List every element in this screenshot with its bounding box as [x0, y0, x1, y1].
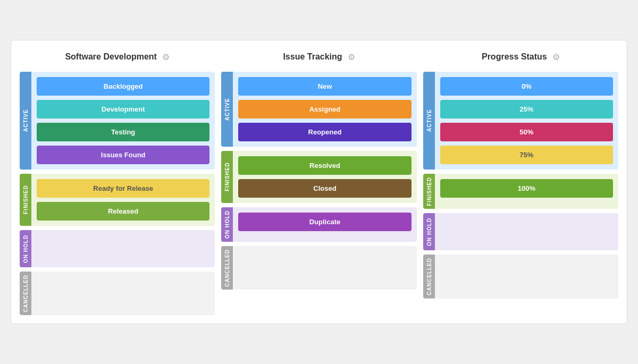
- status-btn-reopened[interactable]: Reopened: [238, 123, 411, 141]
- section-label-active: ACTIVE: [423, 72, 435, 170]
- main-container: Software Development⚙ACTIVEBackloggedDev…: [11, 40, 627, 325]
- status-btn-closed[interactable]: Closed: [238, 179, 411, 198]
- section-label-finished: FINISHED: [423, 174, 435, 209]
- section-content-issue-tracking-on-hold: Duplicate: [233, 207, 416, 242]
- board-software-development: Software Development⚙ACTIVEBackloggedDev…: [20, 49, 215, 316]
- section-label-active: ACTIVE: [20, 72, 31, 170]
- board-title-progress-status: Progress Status: [482, 52, 547, 62]
- status-btn-100pct[interactable]: 100%: [440, 179, 613, 198]
- status-btn-assigned[interactable]: Assigned: [238, 100, 411, 118]
- section-content-software-development-finished: Ready for ReleaseReleased: [31, 174, 215, 226]
- gear-icon-issue-tracking[interactable]: ⚙: [348, 52, 355, 62]
- section-content-progress-status-active: 0%25%50%75%: [435, 72, 618, 170]
- section-progress-status-active: ACTIVE0%25%50%75%: [423, 72, 618, 170]
- section-software-development-cancelled: CANCELLED: [20, 272, 215, 316]
- section-software-development-active: ACTIVEBackloggedDevelopmentTestingIssues…: [20, 72, 215, 170]
- board-header-progress-status: Progress Status⚙: [423, 49, 618, 67]
- status-btn-25pct[interactable]: 25%: [440, 100, 613, 118]
- status-btn-duplicate[interactable]: Duplicate: [238, 213, 411, 231]
- status-btn-development[interactable]: Development: [37, 100, 209, 118]
- status-btn-backlogged[interactable]: Backlogged: [37, 77, 209, 96]
- board-title-software-development: Software Development: [65, 52, 156, 62]
- section-label-on-hold: ON HOLD: [20, 230, 31, 267]
- section-content-software-development-on-hold: [31, 230, 215, 267]
- board-progress-status: Progress Status⚙ACTIVE0%25%50%75%FINISHE…: [423, 49, 618, 316]
- section-issue-tracking-finished: FINISHEDResolvedClosed: [221, 151, 416, 203]
- section-label-cancelled: CANCELLED: [221, 246, 233, 290]
- section-content-software-development-active: BackloggedDevelopmentTestingIssues Found: [31, 72, 215, 170]
- section-issue-tracking-cancelled: CANCELLED: [221, 246, 416, 290]
- section-software-development-finished: FINISHEDReady for ReleaseReleased: [20, 174, 215, 226]
- section-label-on-hold: ON HOLD: [221, 207, 233, 242]
- status-btn-50pct[interactable]: 50%: [440, 123, 613, 141]
- section-issue-tracking-on-hold: ON HOLDDuplicate: [221, 207, 416, 242]
- status-btn-new[interactable]: New: [238, 77, 411, 96]
- section-content-progress-status-finished: 100%: [435, 174, 618, 209]
- status-btn-issues-found[interactable]: Issues Found: [37, 146, 209, 164]
- section-progress-status-cancelled: CANCELLED: [423, 255, 618, 299]
- status-btn-resolved[interactable]: Resolved: [238, 156, 411, 175]
- section-issue-tracking-active: ACTIVENewAssignedReopened: [221, 72, 416, 147]
- section-content-progress-status-cancelled: [435, 255, 618, 299]
- section-progress-status-finished: FINISHED100%: [423, 174, 618, 209]
- section-label-active: ACTIVE: [221, 72, 233, 147]
- section-label-finished: FINISHED: [20, 174, 31, 226]
- board-issue-tracking: Issue Tracking⚙ACTIVENewAssignedReopened…: [221, 49, 416, 316]
- section-progress-status-on-hold: ON HOLD: [423, 213, 618, 250]
- section-label-cancelled: CANCELLED: [423, 255, 435, 299]
- section-content-progress-status-on-hold: [435, 213, 618, 250]
- section-content-software-development-cancelled: [31, 272, 215, 316]
- board-header-issue-tracking: Issue Tracking⚙: [221, 49, 416, 67]
- status-btn-released[interactable]: Released: [37, 202, 209, 221]
- section-label-finished: FINISHED: [221, 151, 233, 203]
- section-label-on-hold: ON HOLD: [423, 213, 435, 250]
- board-title-issue-tracking: Issue Tracking: [283, 52, 342, 62]
- section-content-issue-tracking-active: NewAssignedReopened: [233, 72, 416, 147]
- section-content-issue-tracking-finished: ResolvedClosed: [233, 151, 416, 203]
- gear-icon-progress-status[interactable]: ⚙: [552, 52, 560, 62]
- status-btn-testing[interactable]: Testing: [37, 123, 209, 141]
- gear-icon-software-development[interactable]: ⚙: [162, 52, 170, 62]
- section-content-issue-tracking-cancelled: [233, 246, 416, 290]
- status-btn-ready-for-release[interactable]: Ready for Release: [37, 179, 209, 198]
- section-software-development-on-hold: ON HOLD: [20, 230, 215, 267]
- status-btn-75pct[interactable]: 75%: [440, 146, 613, 164]
- section-label-cancelled: CANCELLED: [20, 272, 31, 316]
- board-header-software-development: Software Development⚙: [20, 49, 215, 67]
- status-btn-0pct[interactable]: 0%: [440, 77, 613, 96]
